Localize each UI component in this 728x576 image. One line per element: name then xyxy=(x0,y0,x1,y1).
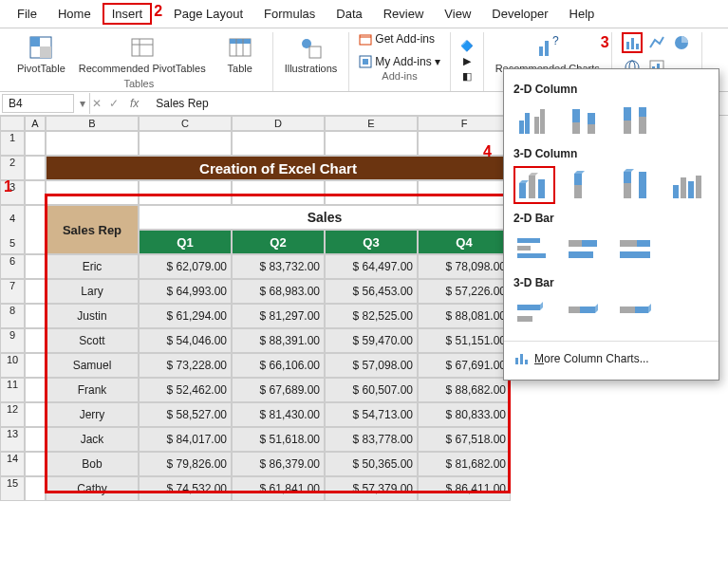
tab-view[interactable]: View xyxy=(435,3,480,25)
row-2[interactable]: 2 xyxy=(0,156,25,180)
cell-value[interactable]: $ 67,689.00 xyxy=(232,378,325,402)
row-6[interactable]: 6 xyxy=(0,254,25,279)
cell[interactable] xyxy=(25,131,46,156)
stacked-bar-3d[interactable] xyxy=(565,295,607,333)
cell[interactable] xyxy=(418,180,511,205)
enter-icon[interactable]: ✓ xyxy=(109,97,119,110)
header-q1[interactable]: Q1 xyxy=(139,230,232,254)
cell[interactable] xyxy=(25,279,46,304)
cell-value[interactable]: $ 61,294.00 xyxy=(139,304,232,328)
cell-value[interactable]: $ 66,106.00 xyxy=(232,353,325,378)
stacked-column-2d[interactable] xyxy=(565,102,607,139)
cell-name[interactable]: Scott xyxy=(46,328,139,353)
cell-value[interactable]: $ 64,497.00 xyxy=(325,254,418,279)
tab-page-layout[interactable]: Page Layout xyxy=(164,3,252,25)
row-14[interactable]: 14 xyxy=(0,452,25,476)
recommended-pivottables-button[interactable]: Recommended PivotTables xyxy=(77,32,208,76)
cell-name[interactable]: Samuel xyxy=(46,353,139,378)
cell-name[interactable]: Eric xyxy=(46,254,139,279)
cell[interactable] xyxy=(25,452,46,476)
cell[interactable] xyxy=(418,131,511,156)
cell-name[interactable]: Justin xyxy=(46,304,139,328)
header-q2[interactable]: Q2 xyxy=(232,230,325,254)
cell-value[interactable]: $ 74,532.00 xyxy=(139,476,232,501)
cell-value[interactable]: $ 67,518.00 xyxy=(418,427,511,452)
cell-value[interactable]: $ 62,079.00 xyxy=(139,254,232,279)
table-button[interactable]: Table xyxy=(217,32,263,76)
row-11[interactable]: 11 xyxy=(0,378,25,402)
header-q4[interactable]: Q4 xyxy=(418,230,511,254)
cell[interactable] xyxy=(25,378,46,402)
col-F[interactable]: F xyxy=(418,116,511,131)
cell[interactable] xyxy=(232,131,325,156)
clustered-bar-2d[interactable] xyxy=(513,231,555,269)
pie-chart-button[interactable] xyxy=(671,32,692,53)
cell-name[interactable]: Jack xyxy=(46,427,139,452)
get-addins-button[interactable]: Get Add-ins xyxy=(359,32,435,46)
row-1[interactable]: 1 xyxy=(0,131,25,156)
cell-value[interactable]: $ 61,841.00 xyxy=(232,476,325,501)
cell-value[interactable]: $ 51,618.00 xyxy=(232,427,325,452)
tab-insert[interactable]: Insert xyxy=(103,3,153,25)
cell-value[interactable]: $ 84,017.00 xyxy=(139,427,232,452)
cell-value[interactable]: $ 86,411.00 xyxy=(418,476,511,501)
header-sales-rep[interactable]: Sales Rep xyxy=(46,205,139,254)
tab-file[interactable]: File xyxy=(8,3,47,25)
name-box-dropdown[interactable]: ▾ xyxy=(76,97,89,110)
cell-value[interactable]: $ 86,379.00 xyxy=(232,452,325,476)
cell-value[interactable]: $ 73,228.00 xyxy=(139,353,232,378)
cell-value[interactable]: $ 58,527.00 xyxy=(139,402,232,427)
cell-value[interactable]: $ 88,391.00 xyxy=(232,328,325,353)
name-box[interactable]: B4 xyxy=(2,94,74,113)
cell-value[interactable]: $ 79,826.00 xyxy=(139,452,232,476)
title-cell[interactable]: Creation of Excel Chart xyxy=(46,156,511,180)
pivottable-button[interactable]: PivotTable xyxy=(15,32,67,76)
tab-developer[interactable]: Developer xyxy=(482,3,557,25)
cell[interactable] xyxy=(25,205,46,254)
cell[interactable] xyxy=(139,180,232,205)
cell[interactable] xyxy=(46,131,139,156)
cell-value[interactable]: $ 56,453.00 xyxy=(325,279,418,304)
cell-value[interactable]: $ 78,098.00 xyxy=(418,254,511,279)
tab-review[interactable]: Review xyxy=(374,3,434,25)
row-4[interactable]: 45 xyxy=(0,205,25,254)
cell-value[interactable]: $ 80,833.00 xyxy=(418,402,511,427)
cell-value[interactable]: $ 88,081.00 xyxy=(418,304,511,328)
cell[interactable] xyxy=(25,304,46,328)
cell-value[interactable]: $ 67,691.00 xyxy=(418,353,511,378)
cell-value[interactable]: $ 57,379.00 xyxy=(325,476,418,501)
stacked100-column-2d[interactable] xyxy=(616,102,658,139)
cell-value[interactable]: $ 57,226.00 xyxy=(418,279,511,304)
col-E[interactable]: E xyxy=(325,116,418,131)
illustrations-button[interactable]: Illustrations xyxy=(283,32,340,76)
cell[interactable] xyxy=(325,180,418,205)
row-13[interactable]: 13 xyxy=(0,427,25,452)
cell-name[interactable]: Frank xyxy=(46,378,139,402)
cell-value[interactable]: $ 64,993.00 xyxy=(139,279,232,304)
row-8[interactable]: 8 xyxy=(0,304,25,328)
stacked100-bar-2d[interactable] xyxy=(616,231,658,269)
cell[interactable] xyxy=(25,427,46,452)
cell-name[interactable]: Bob xyxy=(46,452,139,476)
cell-value[interactable]: $ 60,507.00 xyxy=(325,378,418,402)
stacked100-bar-3d[interactable] xyxy=(616,295,658,333)
header-q3[interactable]: Q3 xyxy=(325,230,418,254)
line-chart-button[interactable] xyxy=(646,32,667,53)
cell[interactable] xyxy=(139,131,232,156)
row-9[interactable]: 9 xyxy=(0,328,25,353)
cell-value[interactable]: $ 54,046.00 xyxy=(139,328,232,353)
header-sales[interactable]: Sales xyxy=(139,205,511,230)
column-chart-button[interactable] xyxy=(622,32,643,53)
cell-name[interactable]: Lary xyxy=(46,279,139,304)
cell-value[interactable]: $ 57,098.00 xyxy=(325,353,418,378)
stacked100-column-3d[interactable] xyxy=(616,166,658,204)
cancel-icon[interactable]: ✕ xyxy=(92,97,102,110)
cell[interactable] xyxy=(25,254,46,279)
cell[interactable] xyxy=(46,180,139,205)
cell[interactable] xyxy=(25,353,46,378)
cell-value[interactable]: $ 68,983.00 xyxy=(232,279,325,304)
cell-name[interactable]: Jerry xyxy=(46,402,139,427)
cell-value[interactable]: $ 83,778.00 xyxy=(325,427,418,452)
cell[interactable] xyxy=(25,402,46,427)
tab-help[interactable]: Help xyxy=(560,3,605,25)
